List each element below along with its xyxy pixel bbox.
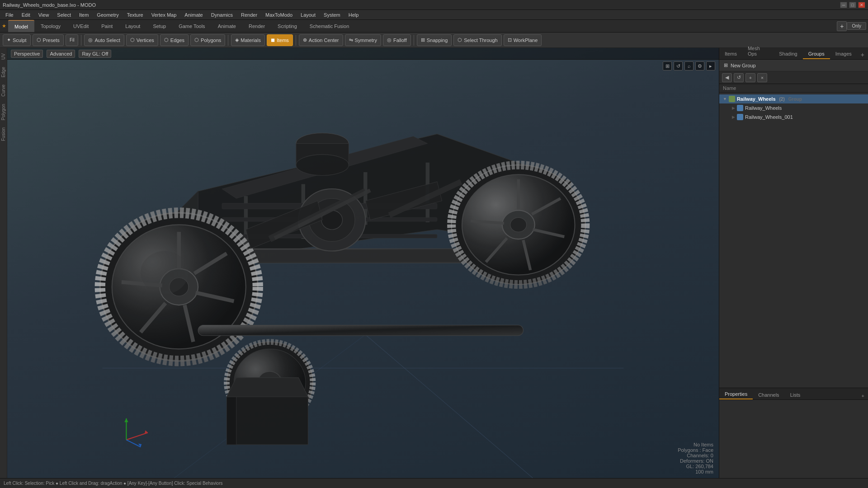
- status-bar: Left Click: Selection: Pick ● Left Click…: [0, 478, 868, 488]
- vtab-uv[interactable]: UV: [0, 50, 7, 63]
- close-button[interactable]: ✕: [858, 2, 865, 8]
- ray-gl-dropdown[interactable]: Ray GL: Off: [79, 50, 111, 58]
- action-center-button[interactable]: ⊕ Action Center: [299, 34, 343, 46]
- only-button[interactable]: Only: [847, 22, 866, 30]
- right-tab-groups[interactable]: Groups: [803, 49, 830, 59]
- right-tab-add-button[interactable]: +: [857, 50, 868, 59]
- presets-button[interactable]: ⬡ Presets: [33, 34, 64, 46]
- vtab-edge[interactable]: Edge: [0, 63, 7, 81]
- tree-item-railway-wheels-mesh[interactable]: ▶ Railway_Wheels: [719, 103, 868, 113]
- falloff-button[interactable]: ◎ Falloff: [383, 34, 411, 46]
- select-through-button[interactable]: ⬡ Select Through: [453, 34, 501, 46]
- group-collapse-button[interactable]: ◀: [722, 73, 732, 82]
- falloff-icon: ◎: [387, 37, 392, 43]
- viewport[interactable]: Perspective Advanced Ray GL: Off ⊞ ↺ ⌕ ⚙…: [7, 48, 719, 478]
- menu-texture[interactable]: Texture: [123, 11, 147, 19]
- tab-game-tools[interactable]: Game Tools: [172, 20, 212, 32]
- menu-dynamics[interactable]: Dynamics: [208, 11, 236, 19]
- minimize-button[interactable]: ─: [840, 2, 847, 8]
- menu-maxtomodo[interactable]: MaxToModo: [262, 11, 296, 19]
- group-add-button[interactable]: +: [745, 73, 755, 82]
- menu-edit[interactable]: Edit: [18, 11, 34, 19]
- top-tab-bar: ★ Model Topology UVEdit Paint Layout Set…: [0, 20, 868, 33]
- action-center-icon: ⊕: [303, 37, 307, 43]
- tab-paint[interactable]: Paint: [95, 20, 119, 32]
- tree-item-railway-wheels-group[interactable]: ▼ Railway_Wheels (2) Group: [719, 94, 868, 103]
- scale-info: 100 mm: [678, 469, 713, 474]
- right-tab-items[interactable]: Items: [719, 49, 742, 59]
- props-expand-button[interactable]: +: [858, 392, 868, 399]
- materials-button[interactable]: ◈ Materials: [231, 34, 265, 46]
- sculpt-button[interactable]: ✦ Sculpt: [3, 34, 31, 46]
- workplane-icon: ⊡: [508, 37, 512, 43]
- auto-select-icon: ◎: [88, 37, 93, 43]
- snapping-icon: ⊞: [421, 37, 425, 43]
- menu-view[interactable]: View: [35, 11, 53, 19]
- tab-layout[interactable]: Layout: [119, 20, 146, 32]
- auto-select-button[interactable]: ◎ Auto Select: [84, 34, 124, 46]
- toolbar: ✦ Sculpt ⬡ Presets Fil ◎ Auto Select ⬡ V…: [0, 33, 868, 48]
- menu-render[interactable]: Render: [237, 11, 261, 19]
- menu-bar: File Edit View Select Item Geometry Text…: [0, 10, 868, 20]
- svg-point-26: [141, 251, 189, 294]
- tab-topology[interactable]: Topology: [34, 20, 67, 32]
- no-items-label: No Items: [678, 442, 713, 447]
- maximize-button[interactable]: □: [849, 2, 856, 8]
- sculpt-icon: ✦: [7, 37, 11, 43]
- add-tab-button[interactable]: +: [837, 21, 847, 31]
- star-icon: ★: [2, 23, 6, 29]
- menu-vertex-map[interactable]: Vertex Map: [148, 11, 180, 19]
- tree-item-railway-wheels-001-mesh[interactable]: ▶ Railway_Wheels_001: [719, 113, 868, 122]
- viewport-icon-grid[interactable]: ⊞: [663, 61, 672, 70]
- vertices-button[interactable]: ⬡ Vertices: [126, 34, 158, 46]
- left-vertical-tabs: UV Edge Curve Polygon Fusion: [0, 48, 7, 478]
- tree-expand-arrow[interactable]: ▼: [723, 97, 727, 101]
- right-tab-images[interactable]: Images: [830, 49, 857, 59]
- menu-select[interactable]: Select: [53, 11, 75, 19]
- tab-uvedit[interactable]: UVEdit: [67, 20, 95, 32]
- svg-line-59: [126, 440, 141, 447]
- perspective-dropdown[interactable]: Perspective: [11, 50, 43, 58]
- vtab-curve[interactable]: Curve: [0, 81, 7, 100]
- polygons-button[interactable]: ⬡ Polygons: [190, 34, 225, 46]
- group-remove-button[interactable]: ×: [757, 73, 767, 82]
- menu-file[interactable]: File: [2, 11, 17, 19]
- workplane-button[interactable]: ⊡ WorkPlane: [504, 34, 542, 46]
- gl-coords: GL: 260,784: [678, 464, 713, 469]
- tab-scripting[interactable]: Scripting: [271, 20, 303, 32]
- group-refresh-button[interactable]: ↺: [734, 73, 744, 82]
- vtab-fusion[interactable]: Fusion: [0, 124, 7, 145]
- fill-button[interactable]: Fil: [66, 34, 79, 46]
- snapping-button[interactable]: ⊞ Snapping: [417, 34, 452, 46]
- menu-help[interactable]: Help: [345, 11, 363, 19]
- menu-layout[interactable]: Layout: [297, 11, 319, 19]
- viewport-icon-search[interactable]: ⌕: [684, 61, 693, 70]
- viewport-icon-settings[interactable]: ⚙: [695, 61, 704, 70]
- advanced-dropdown[interactable]: Advanced: [47, 50, 75, 58]
- menu-animate[interactable]: Animate: [181, 11, 206, 19]
- tab-render[interactable]: Render: [242, 20, 271, 32]
- menu-item[interactable]: Item: [75, 11, 92, 19]
- group-panel: ⊞ New Group ◀ ↺ + × Name ▼ Railway_Wh: [719, 60, 868, 388]
- tab-properties[interactable]: Properties: [719, 389, 753, 399]
- viewport-icon-more[interactable]: ▸: [706, 61, 715, 70]
- status-text: Left Click: Selection: Pick ● Left Click…: [4, 481, 223, 486]
- tab-schematic-fusion[interactable]: Schematic Fusion: [303, 20, 355, 32]
- tab-channels[interactable]: Channels: [753, 390, 784, 399]
- viewport-icon-reset[interactable]: ↺: [674, 61, 683, 70]
- right-tab-shading[interactable]: Shading: [774, 49, 802, 59]
- right-tab-mesh-ops[interactable]: Mesh Ops: [742, 44, 774, 59]
- group-tree[interactable]: ▼ Railway_Wheels (2) Group ▶ Railway_Whe…: [719, 93, 868, 388]
- menu-geometry[interactable]: Geometry: [93, 11, 122, 19]
- channels-info: Channels: 0: [678, 453, 713, 458]
- tab-model[interactable]: Model: [8, 20, 34, 32]
- vtab-polygon[interactable]: Polygon: [0, 100, 7, 124]
- new-group-button[interactable]: ⊞ New Group: [719, 60, 868, 71]
- tab-animate[interactable]: Animate: [212, 20, 242, 32]
- tab-lists[interactable]: Lists: [785, 390, 806, 399]
- menu-system[interactable]: System: [320, 11, 344, 19]
- tab-setup[interactable]: Setup: [146, 20, 172, 32]
- edges-button[interactable]: ⬡ Edges: [160, 34, 189, 46]
- items-button[interactable]: ◼ Items: [267, 34, 293, 46]
- symmetry-button[interactable]: ⇋ Symmetry: [345, 34, 382, 46]
